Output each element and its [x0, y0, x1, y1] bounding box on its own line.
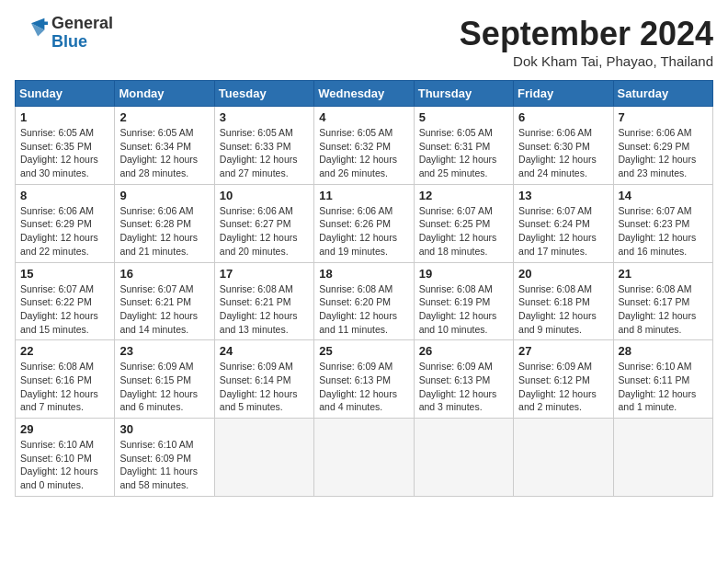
day-number: 13 — [518, 189, 608, 202]
day-info: Sunrise: 6:08 AMSunset: 6:16 PMDaylight:… — [20, 360, 109, 414]
day-number: 29 — [20, 422, 109, 436]
day-info: Sunrise: 6:05 AMSunset: 6:31 PMDaylight:… — [419, 126, 508, 180]
day-number: 22 — [20, 344, 109, 358]
day-cell-9: 9Sunrise: 6:06 AMSunset: 6:28 PMDaylight… — [115, 184, 214, 262]
calendar-week-4: 22Sunrise: 6:08 AMSunset: 6:16 PMDayligh… — [16, 340, 713, 419]
day-cell-11: 11Sunrise: 6:06 AMSunset: 6:26 PMDayligh… — [314, 184, 414, 262]
day-info: Sunrise: 6:07 AMSunset: 6:23 PMDaylight:… — [619, 204, 708, 259]
day-number: 16 — [119, 267, 209, 281]
day-number: 5 — [419, 110, 508, 124]
day-number: 7 — [619, 110, 708, 124]
day-info: Sunrise: 6:06 AMSunset: 6:28 PMDaylight:… — [119, 204, 209, 259]
day-cell-20: 20Sunrise: 6:08 AMSunset: 6:18 PMDayligh… — [514, 262, 613, 340]
day-cell-29: 29Sunrise: 6:10 AMSunset: 6:10 PMDayligh… — [16, 419, 115, 497]
day-info: Sunrise: 6:08 AMSunset: 6:20 PMDaylight:… — [319, 282, 408, 337]
day-number: 1 — [20, 110, 109, 124]
day-cell-25: 25Sunrise: 6:09 AMSunset: 6:13 PMDayligh… — [314, 340, 414, 419]
day-cell-7: 7Sunrise: 6:06 AMSunset: 6:29 PMDaylight… — [613, 107, 712, 185]
day-cell-16: 16Sunrise: 6:07 AMSunset: 6:21 PMDayligh… — [115, 262, 214, 340]
day-cell-24: 24Sunrise: 6:09 AMSunset: 6:14 PMDayligh… — [214, 340, 313, 419]
empty-cell — [514, 419, 613, 497]
calendar-week-3: 15Sunrise: 6:07 AMSunset: 6:22 PMDayligh… — [16, 262, 713, 340]
day-number: 17 — [220, 267, 309, 281]
logo-general: General — [51, 14, 113, 32]
calendar-week-1: 1Sunrise: 6:05 AMSunset: 6:35 PMDaylight… — [16, 107, 713, 185]
day-number: 30 — [119, 422, 209, 436]
day-number: 3 — [220, 110, 309, 124]
location: Dok Kham Tai, Phayao, Thailand — [460, 53, 713, 69]
col-header-wednesday: Wednesday — [314, 81, 414, 107]
day-info: Sunrise: 6:06 AMSunset: 6:29 PMDaylight:… — [619, 126, 708, 180]
day-number: 27 — [518, 344, 608, 358]
day-info: Sunrise: 6:08 AMSunset: 6:19 PMDaylight:… — [419, 282, 508, 337]
day-cell-19: 19Sunrise: 6:08 AMSunset: 6:19 PMDayligh… — [414, 262, 513, 340]
day-info: Sunrise: 6:05 AMSunset: 6:35 PMDaylight:… — [20, 126, 109, 180]
day-number: 4 — [319, 110, 408, 124]
day-cell-27: 27Sunrise: 6:09 AMSunset: 6:12 PMDayligh… — [514, 340, 613, 419]
day-info: Sunrise: 6:09 AMSunset: 6:12 PMDaylight:… — [518, 360, 608, 414]
day-number: 12 — [419, 189, 508, 202]
day-info: Sunrise: 6:05 AMSunset: 6:34 PMDaylight:… — [119, 126, 209, 180]
day-number: 25 — [319, 344, 408, 358]
calendar-week-5: 29Sunrise: 6:10 AMSunset: 6:10 PMDayligh… — [16, 419, 713, 497]
day-info: Sunrise: 6:07 AMSunset: 6:25 PMDaylight:… — [419, 204, 508, 259]
day-info: Sunrise: 6:07 AMSunset: 6:22 PMDaylight:… — [20, 282, 109, 337]
day-cell-18: 18Sunrise: 6:08 AMSunset: 6:20 PMDayligh… — [314, 262, 414, 340]
empty-cell — [214, 419, 313, 497]
day-number: 9 — [119, 189, 209, 202]
day-cell-3: 3Sunrise: 6:05 AMSunset: 6:33 PMDaylight… — [214, 107, 313, 185]
day-info: Sunrise: 6:06 AMSunset: 6:27 PMDaylight:… — [220, 204, 309, 259]
day-number: 24 — [220, 344, 309, 358]
col-header-sunday: Sunday — [16, 81, 115, 107]
day-cell-14: 14Sunrise: 6:07 AMSunset: 6:23 PMDayligh… — [613, 184, 712, 262]
day-info: Sunrise: 6:08 AMSunset: 6:17 PMDaylight:… — [619, 282, 708, 337]
day-info: Sunrise: 6:06 AMSunset: 6:29 PMDaylight:… — [20, 204, 109, 259]
day-number: 28 — [619, 344, 708, 358]
day-number: 23 — [119, 344, 209, 358]
logo-blue: Blue — [51, 32, 87, 51]
day-cell-30: 30Sunrise: 6:10 AMSunset: 6:09 PMDayligh… — [115, 419, 214, 497]
day-info: Sunrise: 6:10 AMSunset: 6:11 PMDaylight:… — [619, 360, 708, 414]
day-number: 19 — [419, 267, 508, 281]
day-number: 10 — [220, 189, 309, 202]
day-number: 6 — [518, 110, 608, 124]
day-info: Sunrise: 6:10 AMSunset: 6:09 PMDaylight:… — [119, 438, 209, 492]
day-cell-13: 13Sunrise: 6:07 AMSunset: 6:24 PMDayligh… — [514, 184, 613, 262]
day-number: 2 — [119, 110, 209, 124]
day-number: 15 — [20, 267, 109, 281]
day-cell-26: 26Sunrise: 6:09 AMSunset: 6:13 PMDayligh… — [414, 340, 513, 419]
day-info: Sunrise: 6:05 AMSunset: 6:33 PMDaylight:… — [220, 126, 309, 180]
calendar-table: SundayMondayTuesdayWednesdayThursdayFrid… — [15, 80, 713, 497]
col-header-monday: Monday — [115, 81, 214, 107]
day-info: Sunrise: 6:08 AMSunset: 6:21 PMDaylight:… — [220, 282, 309, 337]
page-header: General Blue September 2024 Dok Kham Tai… — [15, 15, 713, 69]
day-info: Sunrise: 6:07 AMSunset: 6:24 PMDaylight:… — [518, 204, 608, 259]
month-title: September 2024 — [460, 15, 713, 53]
day-cell-21: 21Sunrise: 6:08 AMSunset: 6:17 PMDayligh… — [613, 262, 712, 340]
day-cell-2: 2Sunrise: 6:05 AMSunset: 6:34 PMDaylight… — [115, 107, 214, 185]
day-info: Sunrise: 6:09 AMSunset: 6:13 PMDaylight:… — [319, 360, 408, 414]
logo: General Blue — [15, 15, 113, 52]
empty-cell — [613, 419, 712, 497]
day-info: Sunrise: 6:08 AMSunset: 6:18 PMDaylight:… — [518, 282, 608, 337]
day-info: Sunrise: 6:09 AMSunset: 6:14 PMDaylight:… — [220, 360, 309, 414]
col-header-saturday: Saturday — [613, 81, 712, 107]
day-info: Sunrise: 6:09 AMSunset: 6:13 PMDaylight:… — [419, 360, 508, 414]
day-info: Sunrise: 6:06 AMSunset: 6:30 PMDaylight:… — [518, 126, 608, 180]
col-header-tuesday: Tuesday — [214, 81, 313, 107]
day-number: 18 — [319, 267, 408, 281]
col-header-friday: Friday — [514, 81, 613, 107]
day-cell-12: 12Sunrise: 6:07 AMSunset: 6:25 PMDayligh… — [414, 184, 513, 262]
day-cell-17: 17Sunrise: 6:08 AMSunset: 6:21 PMDayligh… — [214, 262, 313, 340]
calendar-week-2: 8Sunrise: 6:06 AMSunset: 6:29 PMDaylight… — [16, 184, 713, 262]
day-number: 8 — [20, 189, 109, 202]
day-cell-22: 22Sunrise: 6:08 AMSunset: 6:16 PMDayligh… — [16, 340, 115, 419]
day-number: 14 — [619, 189, 708, 202]
day-info: Sunrise: 6:09 AMSunset: 6:15 PMDaylight:… — [119, 360, 209, 414]
day-cell-28: 28Sunrise: 6:10 AMSunset: 6:11 PMDayligh… — [613, 340, 712, 419]
day-number: 20 — [518, 267, 608, 281]
col-header-thursday: Thursday — [414, 81, 513, 107]
day-cell-5: 5Sunrise: 6:05 AMSunset: 6:31 PMDaylight… — [414, 107, 513, 185]
day-number: 26 — [419, 344, 508, 358]
logo-icon — [15, 17, 48, 50]
